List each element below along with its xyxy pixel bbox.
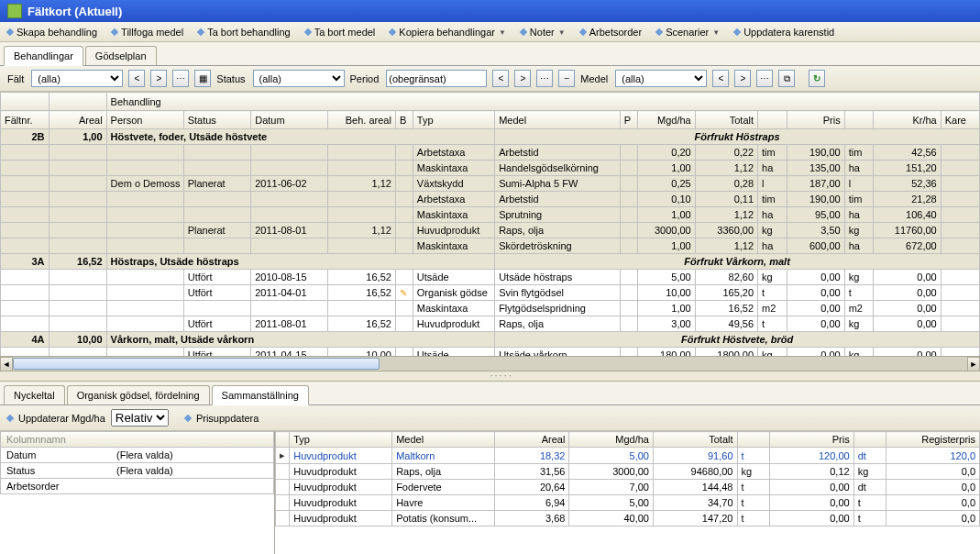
- col-beh-areal[interactable]: Beh. areal: [328, 111, 396, 129]
- col2-registerpris[interactable]: Registerpris: [886, 432, 980, 448]
- period-more[interactable]: ⋯: [536, 70, 553, 87]
- status-label: Status: [216, 73, 245, 84]
- col-f-ltnr-[interactable]: Fältnr.: [1, 111, 50, 129]
- medel-more[interactable]: ⋯: [756, 70, 773, 87]
- medel-label: Medel: [580, 73, 608, 84]
- medel-select[interactable]: (alla): [615, 70, 707, 87]
- col2-medel[interactable]: Medel: [392, 432, 495, 448]
- diamond-icon: [733, 28, 741, 36]
- col-[interactable]: [844, 111, 874, 129]
- scroll-left-icon[interactable]: ◄: [0, 357, 13, 371]
- period-input[interactable]: [386, 70, 487, 87]
- tab-sammanst-llning[interactable]: Sammanställning: [212, 385, 309, 405]
- group-title: Höstvete, foder, Utsäde höstvete: [106, 129, 495, 145]
- scroll-thumb[interactable]: [13, 358, 380, 370]
- row-marker: [276, 495, 290, 511]
- filter-row-arbetsorder[interactable]: Arbetsorder: [0, 479, 274, 494]
- col2-mark[interactable]: [853, 432, 886, 448]
- col-status[interactable]: Status: [183, 111, 251, 129]
- col2-mark[interactable]: [276, 432, 290, 448]
- col2-pris[interactable]: Pris: [770, 432, 854, 448]
- toolbar-tillfoga-medel[interactable]: Tillfoga medel: [112, 27, 183, 38]
- diamond-icon: [184, 414, 192, 421]
- col-p[interactable]: P: [620, 111, 637, 129]
- col-pris[interactable]: Pris: [787, 111, 844, 129]
- falt-select[interactable]: (alla): [31, 70, 123, 87]
- lower-right-panel: TypMedelArealMgd/haTotaltPrisRegisterpri…: [275, 431, 980, 554]
- field-key: 3A: [1, 254, 50, 270]
- medel-next[interactable]: >: [734, 70, 751, 87]
- col2-mark[interactable]: [737, 432, 770, 448]
- toolbar-scenarier[interactable]: Scenarier ▼: [656, 27, 720, 38]
- col2-totalt[interactable]: Totalt: [653, 432, 737, 448]
- diamond-icon: [197, 28, 204, 36]
- col2-typ[interactable]: Typ: [290, 432, 392, 448]
- main-grid[interactable]: BehandlingFältnr.ArealPersonStatusDatumB…: [0, 92, 980, 356]
- col-medel[interactable]: Medel: [495, 111, 621, 129]
- col-areal[interactable]: Areal: [49, 111, 106, 129]
- toolbar-kopiera-behandlingar[interactable]: Kopiera behandlingar ▼: [390, 27, 506, 38]
- diamond-icon: [655, 28, 663, 36]
- diamond-icon: [303, 28, 311, 36]
- row-marker: [276, 511, 290, 526]
- col-[interactable]: [758, 111, 787, 129]
- filter-row-status[interactable]: Status(Flera valda): [0, 463, 274, 479]
- summary-grid[interactable]: TypMedelArealMgd/haTotaltPrisRegisterpri…: [275, 431, 980, 526]
- status-select[interactable]: (alla): [253, 70, 345, 87]
- medel-prev[interactable]: <: [712, 70, 729, 87]
- app-icon: [7, 4, 22, 18]
- window-titlebar: Fältkort (Aktuell): [0, 0, 980, 22]
- period-next[interactable]: >: [514, 70, 531, 87]
- chevron-down-icon: ▼: [712, 28, 720, 37]
- col-kr-ha[interactable]: Kr/ha: [874, 111, 941, 129]
- col-datum[interactable]: Datum: [251, 111, 328, 129]
- tabbar-bottom: NyckeltalOrganisk gödsel, fördelningSamm…: [0, 382, 980, 405]
- col-kare[interactable]: Kare: [941, 111, 979, 129]
- falt-cal-icon[interactable]: ▦: [194, 70, 211, 87]
- toolbar-ta-bort-behandling[interactable]: Ta bort behandling: [198, 27, 291, 38]
- toolbar-uppdatera-karenstid[interactable]: Uppdatera karenstid: [734, 27, 834, 38]
- period-prev[interactable]: <: [492, 70, 509, 87]
- tab-behandlingar[interactable]: Behandlingar: [4, 46, 83, 66]
- medel-dup-icon[interactable]: ⧉: [778, 70, 795, 87]
- falt-prev[interactable]: <: [128, 70, 145, 87]
- prisuppdatera-button[interactable]: Prisuppdatera: [196, 413, 259, 424]
- col-b[interactable]: B: [395, 111, 413, 129]
- prefruit: Förfrukt Höstvete, bröd: [495, 332, 980, 348]
- col-person[interactable]: Person: [106, 111, 183, 129]
- col-mgd-ha[interactable]: Mgd/ha: [637, 111, 695, 129]
- field-key: 4A: [1, 332, 50, 348]
- diamond-icon: [389, 28, 396, 36]
- tab-organisk-g-dsel-f-rdelning[interactable]: Organisk gödsel, fördelning: [67, 385, 210, 404]
- period-minus[interactable]: −: [558, 70, 575, 87]
- col2-mgd/ha[interactable]: Mgd/ha: [569, 432, 654, 448]
- col-behandling[interactable]: Behandling: [106, 93, 979, 111]
- toolbar-arbetsorder[interactable]: Arbetsorder: [580, 27, 642, 38]
- falt-more[interactable]: ⋯: [172, 70, 189, 87]
- tab-g-dselplan[interactable]: Gödselplan: [85, 46, 157, 65]
- window-title: Fältkort (Aktuell): [28, 5, 122, 18]
- filter-row-datum[interactable]: Datum(Flera valda): [0, 448, 274, 463]
- tab-nyckeltal[interactable]: Nyckeltal: [4, 385, 65, 404]
- col-totalt[interactable]: Totalt: [695, 111, 757, 129]
- row-marker: ▸: [276, 448, 290, 464]
- diamond-icon: [578, 28, 586, 36]
- toolbar-skapa-behandling[interactable]: Skapa behandling: [7, 27, 97, 38]
- main-grid-hscroll[interactable]: ◄ ►: [0, 356, 980, 371]
- toolbar-noter[interactable]: Noter ▼: [521, 27, 566, 38]
- edit-icon[interactable]: ✎: [400, 288, 407, 298]
- scroll-right-icon[interactable]: ►: [967, 357, 980, 371]
- falt-next[interactable]: >: [150, 70, 167, 87]
- chevron-down-icon: ▼: [499, 28, 506, 37]
- col-typ[interactable]: Typ: [413, 111, 494, 129]
- toolbar-ta-bort-medel[interactable]: Ta bort medel: [305, 27, 376, 38]
- row-marker: [276, 464, 290, 480]
- group-title: Vårkorn, malt, Utsäde vårkorn: [106, 332, 495, 348]
- diamond-icon: [6, 414, 14, 421]
- uppd-select[interactable]: Relativ: [111, 409, 169, 427]
- refresh-button[interactable]: ↻: [809, 70, 825, 87]
- horizontal-splitter[interactable]: [0, 371, 980, 382]
- tabbar-top: BehandlingarGödselplan: [0, 42, 980, 66]
- kolumnnamn-header: Kolumnnamn: [0, 431, 274, 448]
- col2-areal[interactable]: Areal: [495, 432, 569, 448]
